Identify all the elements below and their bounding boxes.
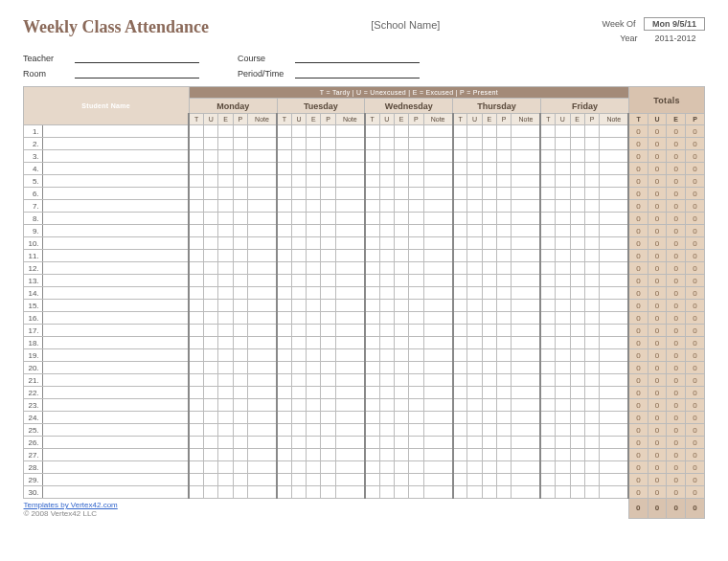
attendance-cell <box>365 424 379 437</box>
attendance-cell <box>467 449 482 461</box>
row-total-cell: 0 <box>667 399 686 412</box>
attendance-cell <box>570 449 584 461</box>
attendance-cell <box>379 287 394 300</box>
attendance-cell <box>277 399 291 412</box>
attendance-cell <box>247 325 277 337</box>
attendance-cell <box>409 213 423 225</box>
attendance-cell <box>394 138 408 150</box>
attendance-cell <box>570 300 584 312</box>
table-row: 6.0000 <box>24 188 705 200</box>
attendance-cell <box>409 175 423 188</box>
attendance-cell <box>218 337 233 349</box>
attendance-cell <box>497 188 512 200</box>
attendance-cell <box>335 163 365 175</box>
attendance-cell <box>600 349 629 362</box>
attendance-cell <box>556 150 570 163</box>
attendance-cell <box>189 163 203 175</box>
attendance-cell <box>584 474 599 486</box>
table-row: 3.0000 <box>24 150 705 163</box>
attendance-cell <box>291 175 306 188</box>
attendance-cell <box>189 337 203 349</box>
attendance-cell <box>600 150 629 163</box>
attendance-cell <box>247 412 277 424</box>
attendance-cell <box>584 387 599 399</box>
copyright: © 2008 Vertex42 LLC <box>24 509 98 518</box>
attendance-cell <box>365 474 379 486</box>
row-total-cell: 0 <box>686 287 705 300</box>
attendance-cell <box>291 474 306 486</box>
attendance-cell <box>204 163 218 175</box>
attendance-cell <box>291 225 306 237</box>
attendance-cell <box>394 486 408 499</box>
row-total-cell: 0 <box>686 337 705 349</box>
attendance-cell <box>467 175 482 188</box>
attendance-cell <box>321 262 335 275</box>
attendance-cell <box>482 337 496 349</box>
attendance-cell <box>291 424 306 437</box>
attendance-cell <box>409 349 423 362</box>
student-name-cell <box>42 349 189 362</box>
row-number: 3. <box>24 150 43 163</box>
attendance-cell <box>482 250 496 262</box>
attendance-cell <box>540 175 555 188</box>
attendance-cell <box>540 374 555 387</box>
attendance-cell <box>218 424 233 437</box>
attendance-cell <box>291 188 306 200</box>
attendance-cell <box>307 125 321 138</box>
student-name-cell <box>42 486 189 499</box>
attendance-cell <box>307 138 321 150</box>
attendance-cell <box>394 337 408 349</box>
sub-col: E <box>307 114 321 125</box>
attendance-cell <box>233 474 247 486</box>
attendance-cell <box>365 225 379 237</box>
attendance-cell <box>379 300 394 312</box>
attendance-cell <box>556 138 570 150</box>
attendance-cell <box>467 287 482 300</box>
attendance-cell <box>247 399 277 412</box>
attendance-cell <box>409 163 423 175</box>
templates-link[interactable]: Templates by Vertex42.com <box>24 501 118 509</box>
sub-col: P <box>321 114 335 125</box>
row-total-cell: 0 <box>628 188 648 200</box>
row-total-cell: 0 <box>628 275 648 287</box>
attendance-cell <box>379 312 394 325</box>
attendance-cell <box>556 300 570 312</box>
attendance-cell <box>247 237 277 250</box>
row-total-cell: 0 <box>628 362 648 374</box>
attendance-cell <box>189 250 203 262</box>
attendance-cell <box>556 374 570 387</box>
student-name-cell <box>42 237 189 250</box>
student-name-cell <box>42 138 189 150</box>
attendance-cell <box>321 225 335 237</box>
attendance-cell <box>291 163 306 175</box>
attendance-cell <box>409 437 423 449</box>
attendance-cell <box>233 325 247 337</box>
row-number: 8. <box>24 213 43 225</box>
attendance-cell <box>321 437 335 449</box>
attendance-cell <box>379 163 394 175</box>
row-total-cell: 0 <box>667 474 686 486</box>
attendance-cell <box>423 287 453 300</box>
attendance-cell <box>482 262 496 275</box>
attendance-cell <box>307 387 321 399</box>
attendance-cell <box>600 424 629 437</box>
row-total-cell: 0 <box>628 213 648 225</box>
attendance-cell <box>335 175 365 188</box>
attendance-cell <box>365 349 379 362</box>
attendance-cell <box>453 125 467 138</box>
attendance-cell <box>556 200 570 213</box>
attendance-cell <box>570 175 584 188</box>
attendance-cell <box>218 225 233 237</box>
student-name-cell <box>42 424 189 437</box>
attendance-cell <box>556 362 570 374</box>
attendance-cell <box>204 150 218 163</box>
attendance-cell <box>540 387 555 399</box>
sub-col: P <box>409 114 423 125</box>
attendance-cell <box>467 412 482 424</box>
attendance-cell <box>482 362 496 374</box>
attendance-cell <box>218 262 233 275</box>
attendance-cell <box>497 138 512 150</box>
student-name-cell <box>42 175 189 188</box>
attendance-cell <box>600 312 629 325</box>
attendance-cell <box>379 362 394 374</box>
